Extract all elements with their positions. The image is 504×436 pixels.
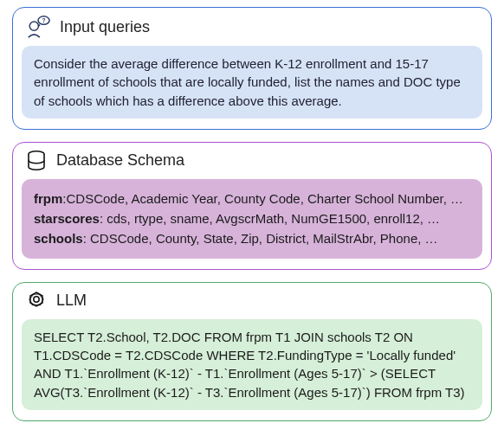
panel-title: LLM — [56, 292, 87, 310]
panel-input-queries: ? Input queries Consider the average dif… — [12, 7, 492, 130]
panel-title: Database Schema — [56, 151, 184, 170]
panel-database-schema: Database Schema frpm:CDSCode, Academic Y… — [12, 142, 492, 270]
schema-table-name: frpm — [34, 191, 62, 206]
openai-icon — [25, 290, 48, 312]
panel-header: LLM — [22, 288, 482, 319]
svg-point-2 — [38, 24, 40, 26]
input-query-text: Consider the average difference between … — [22, 46, 482, 119]
schema-table-cols: : CDSCode, County, State, Zip, District,… — [83, 231, 438, 246]
schema-table-row: frpm:CDSCode, Academic Year, County Code… — [34, 189, 470, 208]
figure: ? Input queries Consider the average dif… — [0, 0, 504, 436]
panel-llm: LLM SELECT T2.School, T2.DOC FROM frpm T… — [12, 282, 492, 421]
panel-title: Input queries — [60, 18, 150, 36]
svg-point-0 — [29, 22, 38, 30]
schema-table-name: starscores — [34, 211, 100, 226]
schema-table-name: schools — [34, 231, 83, 246]
llm-output-sql: SELECT T2.School, T2.DOC FROM frpm T1 JO… — [22, 319, 482, 410]
schema-table-row: schools: CDSCode, County, State, Zip, Di… — [34, 229, 470, 247]
schema-table-cols: : cds, rtype, sname, AvgscrMath, NumGE15… — [100, 211, 440, 226]
svg-point-5 — [34, 297, 39, 302]
panel-header: ? Input queries — [22, 13, 482, 46]
thinking-person-icon: ? — [25, 15, 51, 39]
schema-table-row: starscores: cds, rtype, sname, AvgscrMat… — [34, 209, 470, 228]
panel-header: Database Schema — [22, 148, 482, 179]
schema-table-cols: :CDSCode, Academic Year, County Code, Ch… — [62, 191, 463, 206]
schema-body: frpm:CDSCode, Academic Year, County Code… — [22, 179, 482, 259]
database-icon — [25, 150, 48, 172]
svg-text:?: ? — [42, 17, 46, 23]
